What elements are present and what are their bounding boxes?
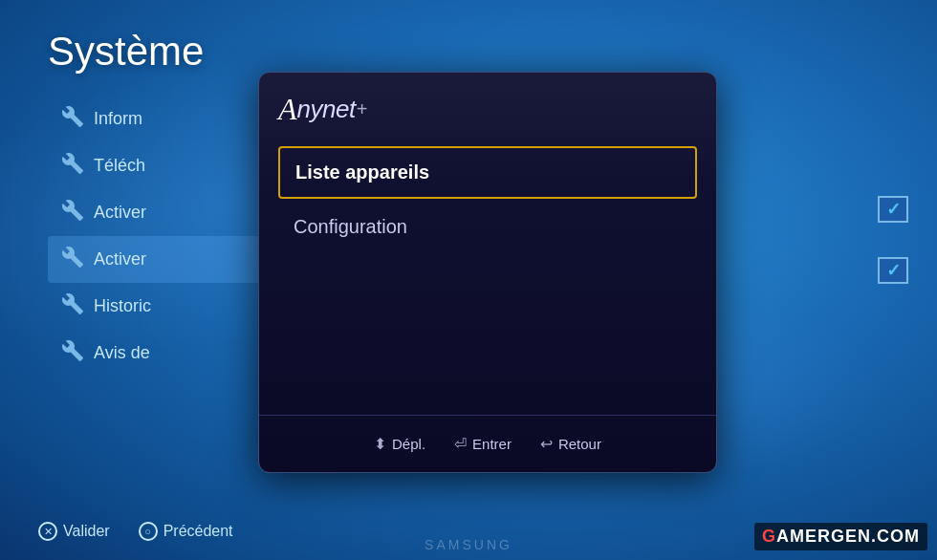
sidebar-item-label: Historic <box>94 296 151 316</box>
sidebar-item-label: Téléch <box>94 156 145 176</box>
wrench-icon <box>61 105 84 133</box>
precedent-icon: ○ <box>139 522 158 541</box>
modal-menu-liste-label: Liste appareils <box>295 162 429 183</box>
modal-footer: ⬍ Dépl. ⏎ Entrer ↩ Retour <box>259 415 716 472</box>
sidebar-item-label: Inform <box>94 109 142 129</box>
wrench-icon-2 <box>61 152 84 180</box>
retour-icon: ↩ <box>540 435 553 453</box>
entrer-icon: ⏎ <box>454 435 467 453</box>
sidebar-item-telech[interactable]: Téléch <box>48 142 277 189</box>
sidebar-item-avis[interactable]: Avis de <box>48 330 277 377</box>
wrench-icon-6 <box>61 339 84 367</box>
sidebar-menu: Inform Téléch Activer Activer <box>48 96 277 377</box>
sidebar-item-inform[interactable]: Inform <box>48 96 277 142</box>
valider-icon: ✕ <box>38 522 57 541</box>
entrer-label: Entrer <box>472 436 512 452</box>
sidebar-item-label: Activer <box>94 249 146 269</box>
page-title: Système <box>48 29 204 75</box>
footer-action-depl: ⬍ Dépl. <box>374 435 425 453</box>
wrench-icon-3 <box>61 199 84 226</box>
gamergen-text: GAMERGEN.COM <box>762 527 920 546</box>
modal-menu-config-label: Configuration <box>294 216 407 237</box>
checkbox-area <box>878 196 908 284</box>
footer-action-retour: ↩ Retour <box>540 435 601 453</box>
samsung-watermark: SAMSUNG <box>425 537 512 552</box>
anynet-modal: A nynet + Liste appareils Configuration … <box>258 72 717 473</box>
anynet-logo: A nynet + <box>278 92 697 127</box>
checkbox-activer2 <box>878 257 908 284</box>
sidebar-item-historic[interactable]: Historic <box>48 283 277 330</box>
logo-rest: nynet <box>297 95 356 124</box>
depl-icon: ⬍ <box>374 435 386 453</box>
logo-a: A <box>278 92 297 127</box>
footer-action-entrer: ⏎ Entrer <box>454 435 512 453</box>
sidebar-item-label: Activer <box>94 203 146 223</box>
checkbox-activer1 <box>878 196 908 223</box>
modal-menu-liste[interactable]: Liste appareils <box>278 146 697 199</box>
wrench-icon-5 <box>61 292 84 320</box>
gamergen-watermark: GAMERGEN.COM <box>754 523 927 550</box>
modal-menu-config[interactable]: Configuration <box>278 203 697 251</box>
footer-valider[interactable]: ✕ Valider <box>38 522 110 541</box>
depl-label: Dépl. <box>392 436 425 452</box>
valider-label: Valider <box>63 523 110 540</box>
retour-label: Retour <box>558 436 601 452</box>
page-footer: ✕ Valider ○ Précédent <box>38 522 233 541</box>
logo-plus: + <box>357 98 368 120</box>
sidebar-item-label: Avis de <box>94 343 150 363</box>
wrench-icon-4 <box>61 246 84 273</box>
sidebar-item-activer2[interactable]: Activer <box>48 236 277 283</box>
sidebar-item-activer1[interactable]: Activer <box>48 189 277 236</box>
precedent-label: Précédent <box>163 523 233 540</box>
footer-precedent[interactable]: ○ Précédent <box>139 522 233 541</box>
